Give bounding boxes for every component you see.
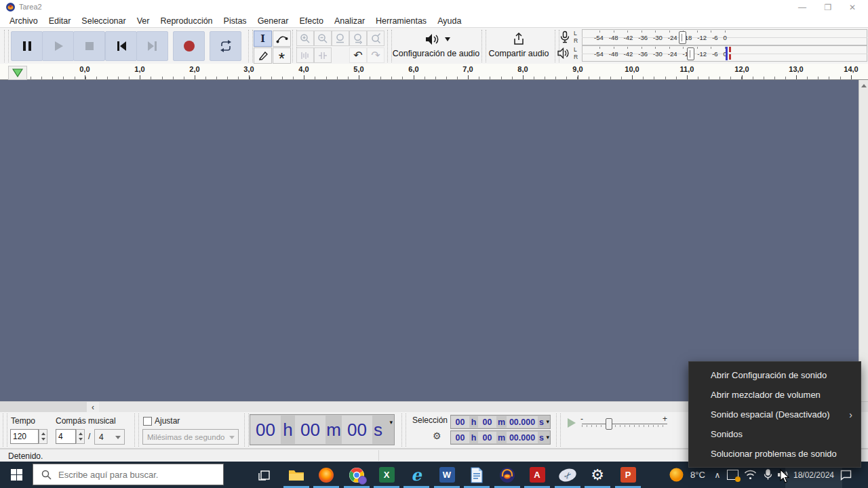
windows-logo-icon [11,469,22,481]
menu-item[interactable]: Archivo [4,16,43,26]
menu-item[interactable]: Generar [252,16,294,26]
trim-audio-button[interactable] [296,47,314,63]
pause-button[interactable] [11,31,43,61]
time-signature-spinner[interactable] [76,429,85,444]
task-view-button[interactable] [250,462,279,488]
menu-item[interactable]: Ver [132,16,155,26]
toolbar-grip[interactable] [401,413,406,447]
selection-settings-gear-icon[interactable]: ⚙ [433,430,441,441]
recording-meter[interactable]: LR -54-48-42-36-30-24-18-12-60 [556,29,867,45]
tempo-label: Tempo [11,416,35,426]
selection-start-dropdown-icon[interactable]: ▾ [546,418,549,425]
taskbar-search[interactable] [33,464,224,485]
menu-item[interactable]: Ayuda [432,16,467,26]
playback-volume-slider[interactable] [687,47,694,60]
stop-button[interactable] [73,31,105,61]
zoom-in-button[interactable] [296,30,314,46]
tempo-input[interactable] [10,429,39,444]
toolbar-grip[interactable] [387,30,392,62]
selection-end-field[interactable]: ▾ 00h00m00.000s [450,430,551,445]
skip-to-end-button[interactable] [136,31,168,61]
menu-item[interactable]: Efecto [294,16,328,26]
minimize-button[interactable]: — [791,0,814,15]
taskbar-app-snipping-tool[interactable]: ✂ [553,462,583,488]
track-area[interactable] [0,80,868,401]
menu-item[interactable]: Analizar [329,16,370,26]
selection-start-field[interactable]: ▾ 00h00m00.000s [450,415,551,429]
taskbar-app-file-explorer[interactable] [281,462,311,488]
snap-checkbox[interactable] [143,417,152,426]
record-button[interactable] [173,31,205,61]
toolbar-grip[interactable] [4,30,9,62]
timeline-pin-button[interactable] [8,66,27,80]
play-button[interactable] [42,31,74,61]
taskbar-app-firefox[interactable] [311,462,341,488]
menu-item[interactable]: Editar [43,16,77,26]
time-signature-label: Compás musical [56,416,116,426]
restore-button[interactable]: ❐ [816,0,840,15]
taskbar-app-internet-explorer[interactable]: e [401,462,431,488]
taskbar-app-excel[interactable]: X [372,462,401,488]
taskbar-app-chrome[interactable] [342,462,372,488]
taskbar-app-word[interactable]: W [432,462,462,488]
taskbar-app-acrobat[interactable]: A [522,462,552,488]
redo-button[interactable]: ↷ [367,47,384,63]
excel-icon: X [379,467,395,483]
context-menu-item[interactable]: Solucionar problemas de sonido › [689,444,861,464]
context-menu-item[interactable]: Abrir mezclador de volumen › [689,385,861,405]
menu-item[interactable]: Reproducción [155,16,218,26]
snap-mode-select[interactable]: Milésimas de segundo [142,429,239,445]
meter-indicator-blue [726,47,728,60]
playback-meter[interactable]: LR -54-48-42-36-30-24-18-12-60 [556,45,867,62]
zoom-out-button[interactable] [314,30,332,46]
recording-volume-slider[interactable] [679,31,686,44]
tempo-spinner[interactable] [39,429,47,444]
vertical-scrollbar[interactable] [859,80,868,401]
taskbar-app-powerpoint[interactable]: P [613,462,643,488]
toolbar-grip[interactable] [244,413,249,447]
toolbar-grip[interactable] [556,413,561,447]
zoom-selection-button[interactable] [332,30,349,46]
undo-button[interactable]: ↶ [349,47,367,63]
menu-item[interactable]: Herramientas [370,16,432,26]
speed-slider[interactable] [582,424,667,424]
taskbar-app-settings[interactable]: ⚙ [583,462,612,488]
pencil-icon [257,49,269,62]
toolbar-grip[interactable] [134,413,139,447]
audio-setup-button[interactable]: Configuración de audio [392,28,480,64]
multi-tool-button[interactable]: * [273,47,291,64]
menu-item[interactable]: Seleccionar [76,16,131,26]
search-input[interactable] [57,469,216,481]
play-at-speed-button[interactable] [561,413,580,432]
context-menu-item[interactable]: Sonidos › [689,424,861,444]
context-menu-item[interactable]: Abrir Configuración de sonido › [689,365,861,385]
audio-position-display[interactable]: ▾ 00h00m00s [250,414,395,445]
context-menu-item[interactable]: Sonido espacial (Desactivado) › [689,405,861,424]
weather-icon[interactable] [667,462,685,488]
menu-item[interactable]: Pistas [218,16,252,26]
zoom-fit-button[interactable] [367,30,384,46]
speed-slider-handle[interactable] [606,418,612,430]
share-audio-button[interactable]: Compartir audio [484,28,553,64]
selection-end-dropdown-icon[interactable]: ▾ [546,434,549,441]
draw-tool-button[interactable] [254,47,272,64]
toolbar-grip[interactable] [248,30,253,62]
skip-to-start-button[interactable] [105,31,137,61]
scroll-up-arrow-icon[interactable] [861,84,867,87]
time-signature-upper-input[interactable] [56,429,76,444]
timeline-ruler[interactable]: 0,0 1,0 2,0 3,0 4,0 5,0 6,0 7,0 8,0 9,0 … [0,64,868,80]
time-signature-lower-select[interactable]: 4 [94,429,125,445]
taskbar-app-writer[interactable] [462,462,492,488]
speaker-small-icon [557,47,571,59]
close-button[interactable]: ✕ [841,0,864,15]
envelope-tool-button[interactable] [273,30,291,47]
zoom-toggle-button[interactable] [349,30,367,46]
loop-button[interactable] [210,31,241,61]
scroll-left-button[interactable]: ‹ [87,402,99,412]
selection-tool-button[interactable]: I [254,30,272,47]
start-button[interactable] [0,462,33,488]
toolbar-grip[interactable] [3,413,7,447]
taskbar-app-audacity[interactable] [492,462,522,488]
time-format-dropdown-icon[interactable]: ▾ [389,419,393,426]
silence-audio-button[interactable] [314,47,332,63]
